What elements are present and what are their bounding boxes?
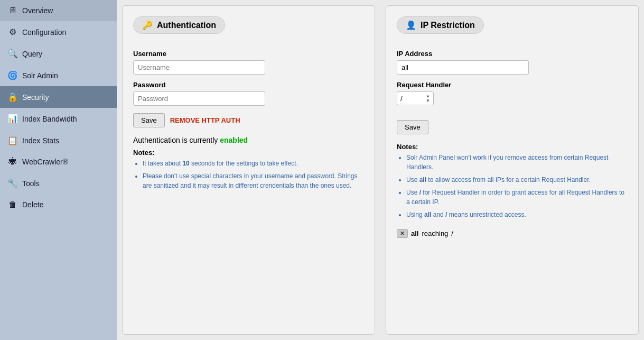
ip-entry-all: all [411, 229, 418, 237]
sidebar: 🖥 Overview ⚙ Configuration 🔍 Query 🌀 Sol… [0, 0, 117, 340]
ip-save-button[interactable]: Save [397, 120, 428, 134]
sidebar-item-label: WebCrawler® [22, 158, 68, 166]
ip-restriction-title: IP Restriction [421, 21, 475, 30]
auth-notes-list: It takes about 10 seconds for the settin… [133, 159, 364, 190]
arrow-down-icon: ▼ [426, 98, 430, 103]
sidebar-item-label: Query [22, 50, 42, 58]
security-icon: 🔒 [7, 92, 18, 102]
sidebar-item-label: Solr Admin [22, 71, 58, 80]
ip-notes-list: Solr Admin Panel won't work if you remov… [397, 153, 628, 219]
sidebar-item-label: Delete [22, 200, 43, 209]
sidebar-item-label: Index Stats [22, 136, 59, 145]
authentication-panel: 🔑 Authentication Username Password Save … [122, 5, 375, 335]
ip-entry-reaching: reaching [422, 229, 448, 237]
sidebar-item-tools[interactable]: 🔧 Tools [0, 172, 117, 194]
ip-note-1: Solr Admin Panel won't work if you remov… [406, 153, 628, 172]
ip-address-input[interactable] [397, 60, 529, 75]
auth-save-button[interactable]: Save [133, 113, 165, 127]
password-label: Password [133, 81, 364, 89]
auth-note-2: Please don't use special characters in y… [143, 171, 364, 190]
configuration-icon: ⚙ [7, 27, 18, 37]
ip-entry-slash: / [451, 229, 453, 237]
ip-note-2: Use all to allow access from all IPs for… [406, 175, 628, 185]
sidebar-item-index-stats[interactable]: 📋 Index Stats [0, 130, 117, 151]
delete-icon: 🗑 [7, 200, 18, 209]
ip-restriction-header: 👤 IP Restriction [397, 16, 484, 34]
ip-restriction-panel: 👤 IP Restriction IP Address Request Hand… [386, 5, 639, 335]
sidebar-item-query[interactable]: 🔍 Query [0, 43, 117, 65]
auth-note-1: It takes about 10 seconds for the settin… [143, 159, 364, 168]
sidebar-item-label: Configuration [22, 28, 66, 36]
sidebar-item-index-bandwidth[interactable]: 📊 Index Bandwidth [0, 108, 117, 130]
sidebar-item-label: Security [22, 93, 49, 102]
ip-actions: Save [397, 113, 628, 134]
sidebar-item-overview[interactable]: 🖥 Overview [0, 0, 117, 21]
auth-notes-label: Notes: [133, 149, 364, 157]
remove-http-auth-button[interactable]: REMOVE HTTP AUTH [170, 116, 240, 124]
password-input[interactable] [133, 91, 265, 106]
ip-entry-remove-button[interactable]: ✕ [397, 229, 408, 238]
auth-status-word: enabled [220, 136, 248, 144]
sidebar-item-configuration[interactable]: ⚙ Configuration [0, 21, 117, 43]
handler-arrows: ▲ ▼ [426, 94, 430, 103]
authentication-header: 🔑 Authentication [133, 16, 225, 34]
solr-admin-icon: 🌀 [7, 70, 18, 80]
ip-entry-row: ✕ all reaching / [397, 229, 628, 238]
index-bandwidth-icon: 📊 [7, 114, 18, 124]
authentication-title: Authentication [157, 21, 216, 30]
key-icon: 🔑 [142, 20, 153, 30]
username-label: Username [133, 50, 364, 58]
overview-icon: 🖥 [7, 6, 18, 15]
ip-notes-label: Notes: [397, 143, 628, 151]
ip-note-4: Using all and / means unrestricted acces… [406, 210, 628, 219]
person-icon: 👤 [406, 20, 416, 30]
arrow-up-icon: ▲ [426, 94, 430, 98]
auth-status-pre: Authentication is currently [133, 136, 220, 144]
sidebar-item-webcrawler[interactable]: 🕷 WebCrawler® [0, 151, 117, 172]
index-stats-icon: 📋 [7, 135, 18, 145]
main-content: 🔑 Authentication Username Password Save … [117, 0, 644, 340]
auth-status: Authentication is currently enabled [133, 136, 364, 144]
sidebar-item-label: Tools [22, 179, 40, 188]
sidebar-item-solr-admin[interactable]: 🌀 Solr Admin [0, 65, 117, 86]
sidebar-item-security[interactable]: 🔒 Security [0, 86, 117, 108]
request-handler-label: Request Handler [397, 81, 628, 89]
handler-value: / [400, 95, 424, 103]
sidebar-item-label: Overview [22, 6, 53, 15]
ip-note-3: Use / for Request Handler in order to gr… [406, 188, 628, 207]
tools-icon: 🔧 [7, 178, 18, 188]
request-handler-select[interactable]: / ▲ ▼ [397, 91, 434, 105]
username-input[interactable] [133, 60, 265, 75]
ip-address-label: IP Address [397, 50, 628, 58]
query-icon: 🔍 [7, 49, 18, 59]
auth-actions: Save REMOVE HTTP AUTH [133, 106, 364, 127]
webcrawler-icon: 🕷 [7, 157, 18, 167]
sidebar-item-label: Index Bandwidth [22, 115, 77, 123]
sidebar-item-delete[interactable]: 🗑 Delete [0, 194, 117, 215]
